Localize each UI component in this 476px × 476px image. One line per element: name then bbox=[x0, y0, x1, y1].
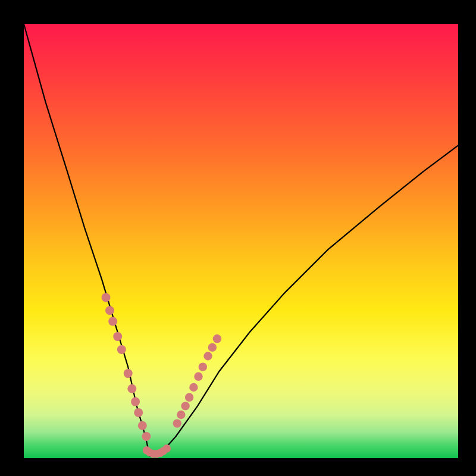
svg-point-25 bbox=[203, 352, 212, 360]
svg-point-24 bbox=[199, 363, 207, 371]
svg-point-3 bbox=[113, 332, 122, 341]
svg-point-4 bbox=[117, 345, 126, 354]
chart-svg bbox=[24, 24, 458, 458]
chart-stage: TheBottleneck.com bbox=[0, 0, 476, 476]
svg-point-20 bbox=[181, 402, 189, 410]
svg-point-21 bbox=[185, 393, 193, 402]
bottleneck-curve bbox=[24, 24, 458, 456]
svg-point-19 bbox=[177, 411, 185, 419]
svg-point-27 bbox=[213, 334, 221, 343]
svg-point-22 bbox=[189, 383, 198, 392]
svg-point-17 bbox=[162, 444, 171, 453]
watermark-text: TheBottleneck.com bbox=[328, 4, 463, 22]
svg-point-0 bbox=[102, 293, 111, 302]
dots-bottom-valley bbox=[143, 444, 171, 458]
svg-point-5 bbox=[124, 369, 133, 378]
svg-point-26 bbox=[208, 343, 217, 352]
svg-point-8 bbox=[134, 408, 143, 417]
svg-point-6 bbox=[127, 384, 136, 393]
svg-point-2 bbox=[108, 317, 117, 326]
svg-point-10 bbox=[142, 432, 151, 441]
svg-point-9 bbox=[138, 421, 147, 430]
svg-point-23 bbox=[194, 372, 202, 381]
dots-right-branch bbox=[173, 334, 222, 428]
svg-point-1 bbox=[105, 306, 114, 315]
svg-point-18 bbox=[173, 419, 181, 427]
svg-point-7 bbox=[131, 397, 140, 406]
dots-left-branch bbox=[102, 293, 151, 441]
